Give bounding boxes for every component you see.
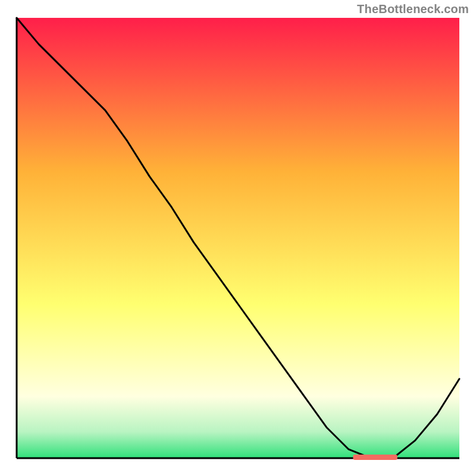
bottleneck-chart xyxy=(0,0,476,476)
figure-root: TheBottleneck.com xyxy=(0,0,476,476)
plot-background xyxy=(17,18,459,458)
min-marker xyxy=(353,455,397,460)
